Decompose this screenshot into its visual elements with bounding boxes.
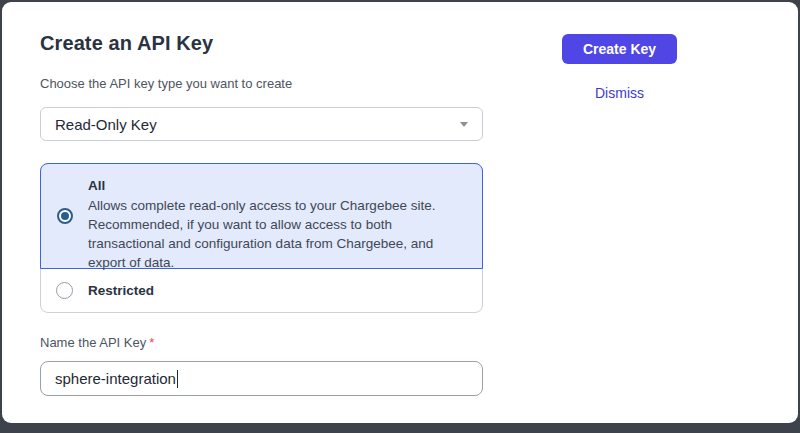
option-all-radio-col — [41, 164, 88, 268]
api-key-name-value: sphere-integration — [55, 370, 176, 387]
key-scope-option-group: All Allows complete read-only access to … — [40, 163, 483, 313]
required-marker: * — [149, 335, 154, 350]
option-all-description: Allows complete read-only access to your… — [88, 196, 470, 272]
option-all-text: All Allows complete read-only access to … — [88, 164, 486, 268]
api-key-name-label-text: Name the API Key — [40, 335, 146, 350]
create-key-button[interactable]: Create Key — [562, 34, 677, 64]
key-type-select[interactable]: Read-Only Key — [40, 107, 483, 141]
key-type-selected-value: Read-Only Key — [55, 116, 157, 133]
dismiss-link[interactable]: Dismiss — [562, 85, 677, 101]
option-restricted[interactable]: Restricted — [41, 269, 482, 312]
api-key-name-input[interactable]: sphere-integration — [40, 361, 483, 396]
create-api-key-panel: Create an API Key Create Key Dismiss Cho… — [2, 2, 798, 423]
caret-down-icon — [460, 122, 468, 127]
radio-unselected-icon[interactable] — [56, 282, 73, 299]
option-restricted-label: Restricted — [88, 283, 154, 298]
option-all[interactable]: All Allows complete read-only access to … — [40, 163, 483, 269]
option-all-label: All — [88, 178, 470, 193]
api-key-name-label: Name the API Key* — [40, 335, 154, 350]
text-cursor — [177, 370, 179, 388]
page-title: Create an API Key — [40, 32, 213, 55]
key-type-label: Choose the API key type you want to crea… — [40, 76, 292, 91]
option-restricted-radio-col — [41, 282, 88, 299]
radio-selected-icon[interactable] — [57, 208, 73, 224]
